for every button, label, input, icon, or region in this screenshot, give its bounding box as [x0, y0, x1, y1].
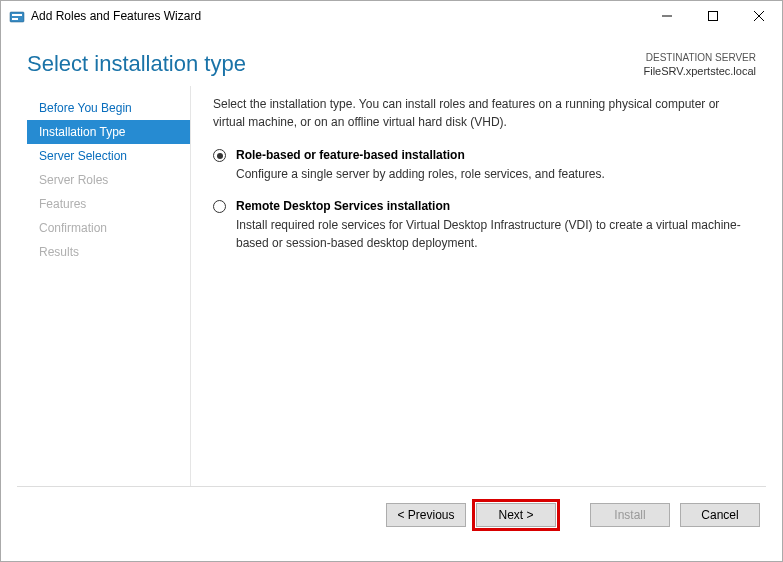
- option-description: Configure a single server by adding role…: [236, 166, 752, 183]
- header: Select installation type DESTINATION SER…: [1, 31, 782, 86]
- svg-rect-2: [12, 18, 18, 20]
- option-title: Remote Desktop Services installation: [236, 198, 752, 215]
- wizard-icon: [9, 8, 25, 24]
- sidebar-item-confirmation: Confirmation: [27, 216, 190, 240]
- option-description: Install required role services for Virtu…: [236, 217, 752, 252]
- close-button[interactable]: [736, 1, 782, 31]
- sidebar-item-results: Results: [27, 240, 190, 264]
- cancel-button[interactable]: Cancel: [680, 503, 760, 527]
- option-title: Role-based or feature-based installation: [236, 147, 752, 164]
- next-button[interactable]: Next >: [476, 503, 556, 527]
- option-body: Role-based or feature-based installation…: [236, 147, 752, 184]
- sidebar-item-server-roles: Server Roles: [27, 168, 190, 192]
- minimize-button[interactable]: [644, 1, 690, 31]
- destination-label: DESTINATION SERVER: [644, 51, 757, 64]
- previous-button[interactable]: < Previous: [386, 503, 466, 527]
- maximize-button[interactable]: [690, 1, 736, 31]
- content: Select the installation type. You can in…: [191, 86, 756, 486]
- option-role-based[interactable]: Role-based or feature-based installation…: [213, 147, 752, 184]
- sidebar-item-server-selection[interactable]: Server Selection: [27, 144, 190, 168]
- sidebar-item-before-you-begin[interactable]: Before You Begin: [27, 96, 190, 120]
- svg-rect-0: [10, 12, 24, 22]
- window-controls: [644, 1, 782, 31]
- sidebar: Before You Begin Installation Type Serve…: [27, 86, 191, 486]
- option-remote-desktop[interactable]: Remote Desktop Services installation Ins…: [213, 198, 752, 252]
- window-title: Add Roles and Features Wizard: [31, 9, 644, 23]
- body: Before You Begin Installation Type Serve…: [1, 86, 782, 486]
- radio-role-based[interactable]: [213, 149, 226, 162]
- page-title: Select installation type: [27, 51, 246, 77]
- destination-name: FileSRV.xpertstec.local: [644, 64, 757, 78]
- install-button: Install: [590, 503, 670, 527]
- sidebar-item-features: Features: [27, 192, 190, 216]
- sidebar-item-installation-type[interactable]: Installation Type: [27, 120, 190, 144]
- intro-text: Select the installation type. You can in…: [213, 96, 752, 131]
- svg-rect-1: [12, 14, 22, 16]
- titlebar: Add Roles and Features Wizard: [1, 1, 782, 31]
- option-body: Remote Desktop Services installation Ins…: [236, 198, 752, 252]
- footer: < Previous Next > Install Cancel: [1, 487, 782, 543]
- svg-rect-4: [709, 12, 718, 21]
- destination-block: DESTINATION SERVER FileSRV.xpertstec.loc…: [644, 51, 757, 78]
- radio-remote-desktop[interactable]: [213, 200, 226, 213]
